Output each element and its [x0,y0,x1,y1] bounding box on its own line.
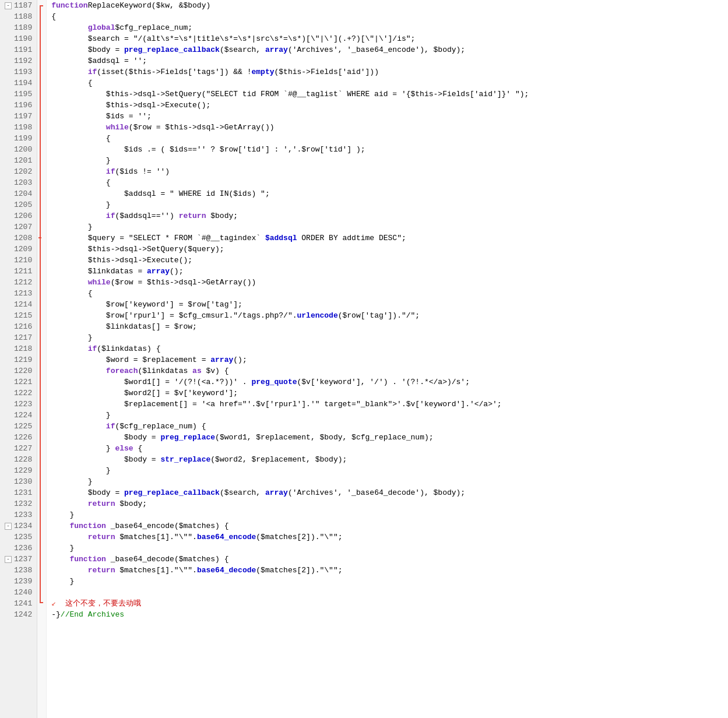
gutter-line [37,498,46,509]
code-line: $this->dsql->Execute(); [51,100,728,111]
code-line: $row['rpurl'] = $cfg_cmsurl."/tags.php?/… [51,310,728,321]
gutter-line [37,365,46,376]
code-line: } [51,465,728,476]
gutter-line [37,576,46,587]
code-line: } [51,410,728,421]
line-number: 1188 [5,11,32,22]
gutter-line [37,66,46,78]
gutter-line [37,111,46,122]
line-number: 1228 [5,454,32,465]
gutter-line [37,221,46,233]
line-number: 1221 [5,376,32,388]
gutter-line [37,354,46,365]
line-numbers: -118711881189119011911192119311941195119… [0,0,37,718]
code-line: if(isset($this->Fields['tags']) && !empt… [51,66,728,78]
code-line: } [51,199,728,210]
line-number: 1207 [5,221,32,233]
line-number: 1192 [5,55,32,66]
line-number: 1195 [5,89,32,100]
line-number: 1218 [5,343,32,354]
line-number: 1206 [5,210,32,221]
line-number: 1210 [5,255,32,266]
gutter-line [37,343,46,354]
gutter-line [37,532,46,543]
line-number: 1191 [5,44,32,55]
code-line: function _base64_decode($matches) { [51,554,728,565]
gutter-line [37,288,46,299]
gutter-line [37,133,46,144]
line-number: 1216 [5,321,32,332]
code-line: { [51,78,728,89]
code-line: $linkdatas = array(); [51,266,728,277]
line-number: 1209 [5,244,32,255]
code-content[interactable]: function ReplaceKeyword($kw, &$body){ gl… [47,0,728,718]
line-number: 1208 [5,233,32,244]
code-line: $this->dsql->SetQuery("SELECT tid FROM `… [51,89,728,100]
gutter-line [37,432,46,443]
line-number: 1189 [5,22,32,33]
gutter-line [37,598,46,609]
fold-icon[interactable]: - [5,523,12,530]
code-line: $word1[] = '/(?!(<a.*?))' . preg_quote($… [51,376,728,388]
code-line: function _base64_encode($matches) { [51,520,728,532]
gutter-line [37,454,46,465]
line-number: 1212 [5,277,32,288]
line-number: 1197 [5,111,32,122]
gutter-line [37,233,46,244]
code-line: $body = preg_replace_callback($search, a… [51,44,728,55]
line-number: -1237 [5,554,32,565]
code-line: $query = "SELECT * FROM `#@__tagindex` $… [51,233,728,244]
code-line: $addsql = ''; [51,55,728,66]
line-number: 1196 [5,100,32,111]
code-line: if($cfg_replace_num) { [51,421,728,432]
gutter-line [37,565,46,576]
line-number: 1215 [5,310,32,321]
code-line: $row['keyword'] = $row['tag']; [51,299,728,310]
line-number: 1223 [5,399,32,410]
gutter-line [37,266,46,277]
fold-icon[interactable]: - [5,556,12,563]
code-line: $addsql = " WHERE id IN($ids) "; [51,188,728,199]
gutter-line [37,188,46,199]
code-line [51,587,728,598]
line-number: 1214 [5,299,32,310]
gutter-line [37,443,46,454]
code-line: } [51,509,728,520]
gutter [37,0,47,718]
gutter-line [37,122,46,133]
gutter-line [37,554,46,565]
code-line: if($addsql=='') return $body; [51,210,728,221]
line-number: 1242 [5,609,32,620]
line-number: 1198 [5,122,32,133]
line-number: 1213 [5,288,32,299]
code-line: { [51,177,728,188]
code-line: foreach($linkdatas as $v) { [51,365,728,376]
line-number: 1239 [5,576,32,587]
line-number: 1201 [5,155,32,166]
code-line: { [51,11,728,22]
code-line: } [51,543,728,554]
line-number: 1205 [5,199,32,210]
line-number: 1227 [5,443,32,454]
line-number: 1241 [5,598,32,609]
line-number: 1238 [5,565,32,576]
code-line: $replacement[] = '<a href="'.$v['rpurl']… [51,399,728,410]
gutter-line [37,543,46,554]
gutter-line [37,476,46,487]
line-number: 1240 [5,587,32,598]
line-number: -1234 [5,520,32,532]
line-number: 1219 [5,354,32,365]
code-line: { [51,288,728,299]
gutter-line [37,410,46,421]
line-number: 1203 [5,177,32,188]
gutter-line [37,210,46,221]
gutter-line [37,388,46,399]
line-number: 1217 [5,332,32,343]
line-number: 1202 [5,166,32,177]
gutter-line [37,11,46,22]
gutter-line [37,78,46,89]
code-line: } else { [51,443,728,454]
code-line: return $matches[1]."\"".base64_decode($m… [51,565,728,576]
line-number: 1232 [5,498,32,509]
fold-icon[interactable]: - [5,2,12,9]
